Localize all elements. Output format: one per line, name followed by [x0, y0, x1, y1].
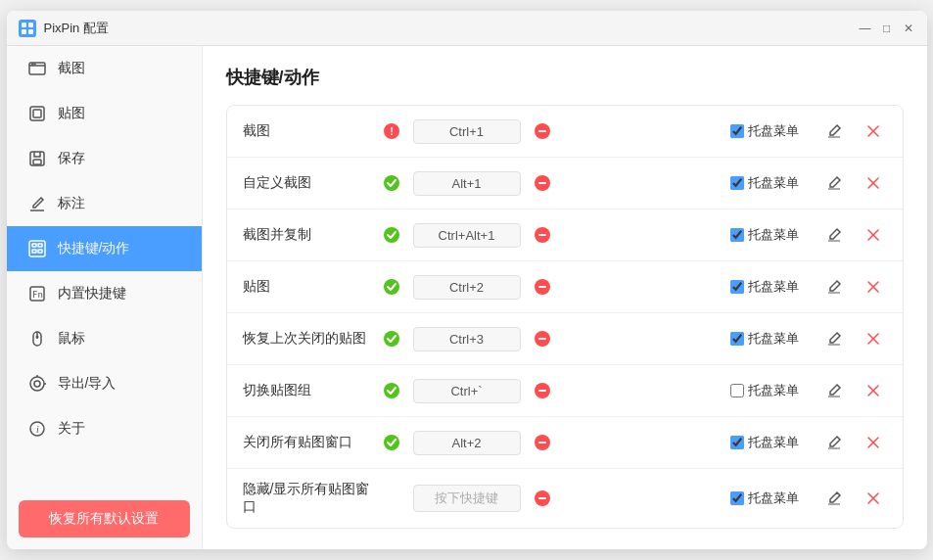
- svg-rect-11: [29, 241, 45, 257]
- success-status-icon: [382, 277, 401, 297]
- delete-shortcut-icon[interactable]: [860, 325, 887, 352]
- tray-checkbox[interactable]: [730, 280, 744, 294]
- sidebar-item-label: 鼠标: [58, 330, 85, 348]
- shortcut-key[interactable]: Ctrl+1: [413, 119, 521, 144]
- restore-defaults-button[interactable]: 恢复所有默认设置: [19, 500, 190, 537]
- tray-label: 托盘菜单: [748, 226, 799, 244]
- tray-menu-option[interactable]: 托盘菜单: [730, 434, 809, 451]
- tray-menu-option[interactable]: 托盘菜单: [730, 226, 809, 244]
- sidebar-item-mouse[interactable]: 鼠标: [7, 316, 202, 361]
- svg-point-21: [30, 377, 44, 391]
- svg-rect-15: [38, 250, 42, 253]
- delete-shortcut-icon[interactable]: [860, 429, 887, 456]
- shortcut-key[interactable]: 按下快捷键: [413, 485, 521, 512]
- edit-shortcut-icon[interactable]: [820, 273, 848, 301]
- sidebar-item-annotate[interactable]: 标注: [7, 181, 202, 226]
- tray-checkbox[interactable]: [730, 228, 744, 242]
- shortcut-row: 切换贴图组Ctrl+`托盘菜单: [227, 365, 903, 417]
- tray-menu-option[interactable]: 托盘菜单: [730, 278, 809, 296]
- annotate-icon: [26, 193, 48, 214]
- shortcut-key[interactable]: Alt+1: [413, 171, 521, 196]
- remove-shortcut-icon[interactable]: [533, 277, 552, 297]
- sidebar-item-shortcuts[interactable]: 快捷键/动作: [7, 226, 202, 271]
- tray-menu-option[interactable]: 托盘菜单: [730, 490, 809, 507]
- close-button[interactable]: ✕: [902, 22, 915, 35]
- delete-shortcut-icon[interactable]: [860, 485, 887, 512]
- success-status-icon: [382, 381, 401, 400]
- shortcut-key[interactable]: Ctrl+2: [413, 275, 521, 300]
- sidebar-item-about[interactable]: i 关于: [7, 406, 202, 451]
- svg-point-5: [31, 64, 32, 65]
- svg-point-34: [384, 175, 399, 191]
- edit-shortcut-icon[interactable]: [820, 429, 848, 456]
- sidebar-item-save[interactable]: 保存: [7, 136, 202, 181]
- sidebar-bottom: 恢复所有默认设置: [7, 489, 202, 549]
- shortcut-key[interactable]: Ctrl+Alt+1: [413, 223, 521, 248]
- tray-checkbox[interactable]: [730, 332, 744, 346]
- remove-shortcut-icon[interactable]: [533, 121, 552, 141]
- shortcut-row: 隐藏/显示所有贴图窗口按下快捷键托盘菜单: [227, 469, 903, 528]
- tray-checkbox[interactable]: [730, 384, 744, 397]
- tray-checkbox[interactable]: [730, 436, 744, 449]
- remove-shortcut-icon[interactable]: [533, 225, 552, 245]
- shortcut-row: 贴图Ctrl+2托盘菜单: [227, 261, 903, 313]
- export-icon: [26, 373, 48, 395]
- svg-text:i: i: [36, 424, 39, 435]
- shortcut-name: 贴图: [243, 278, 370, 296]
- edit-shortcut-icon[interactable]: [820, 377, 848, 404]
- sidebar-item-label: 截图: [58, 60, 85, 77]
- sidebar-item-label: 标注: [58, 195, 85, 212]
- tray-checkbox[interactable]: [730, 124, 744, 138]
- tray-menu-option[interactable]: 托盘菜单: [730, 330, 809, 348]
- delete-shortcut-icon[interactable]: [860, 221, 887, 249]
- svg-point-46: [384, 279, 399, 295]
- edit-shortcut-icon[interactable]: [820, 221, 848, 249]
- edit-shortcut-icon[interactable]: [820, 117, 848, 145]
- svg-rect-14: [32, 250, 36, 253]
- svg-rect-0: [22, 23, 26, 27]
- svg-rect-12: [32, 244, 36, 247]
- tray-checkbox[interactable]: [730, 176, 744, 190]
- minimize-button[interactable]: —: [859, 22, 872, 35]
- shortcut-name: 隐藏/显示所有贴图窗口: [243, 481, 370, 516]
- shortcut-name: 关闭所有贴图窗口: [243, 434, 370, 451]
- delete-shortcut-icon[interactable]: [860, 273, 887, 301]
- svg-rect-2: [22, 29, 26, 34]
- remove-shortcut-icon[interactable]: [533, 433, 552, 452]
- tray-label: 托盘菜单: [748, 278, 799, 296]
- shortcut-key[interactable]: Ctrl+`: [413, 379, 521, 403]
- shortcut-key[interactable]: Alt+2: [413, 431, 521, 455]
- remove-shortcut-icon[interactable]: [533, 489, 552, 508]
- remove-shortcut-icon[interactable]: [533, 329, 552, 349]
- sidebar-item-export[interactable]: 导出/导入: [7, 361, 202, 406]
- page-title: 快捷键/动作: [226, 66, 904, 89]
- remove-shortcut-icon[interactable]: [533, 173, 552, 193]
- edit-shortcut-icon[interactable]: [820, 325, 848, 352]
- tray-menu-option[interactable]: 托盘菜单: [730, 174, 809, 192]
- sidebar-item-sticker[interactable]: 贴图: [7, 91, 202, 136]
- shortcut-row: 截图!Ctrl+1托盘菜单: [227, 106, 903, 158]
- remove-shortcut-icon[interactable]: [533, 381, 552, 400]
- delete-shortcut-icon[interactable]: [860, 169, 887, 197]
- success-status-icon: [382, 225, 401, 245]
- tray-menu-option[interactable]: 托盘菜单: [730, 122, 809, 140]
- tray-checkbox[interactable]: [730, 491, 744, 505]
- sidebar-item-builtin[interactable]: Fn 内置快捷键: [7, 271, 202, 316]
- svg-rect-10: [33, 160, 41, 164]
- shortcuts-icon: [26, 238, 48, 259]
- shortcut-key[interactable]: Ctrl+3: [413, 327, 521, 351]
- maximize-button[interactable]: □: [880, 22, 894, 35]
- shortcut-name: 自定义截图: [243, 174, 370, 192]
- delete-shortcut-icon[interactable]: [860, 117, 887, 145]
- svg-point-64: [384, 435, 399, 450]
- edit-shortcut-icon[interactable]: [820, 485, 848, 512]
- tray-menu-option[interactable]: 托盘菜单: [730, 382, 809, 399]
- sidebar-item-label: 内置快捷键: [58, 285, 126, 303]
- sidebar-item-screenshot[interactable]: 截图: [7, 46, 202, 91]
- main-content: 截图 贴图 保存 标注 快捷键/动作 Fn 内置快捷键 鼠标 导出/导入 i 关…: [7, 46, 927, 549]
- titlebar: PixPin 配置 — □ ✕: [7, 11, 927, 46]
- delete-shortcut-icon[interactable]: [860, 377, 887, 404]
- tray-label: 托盘菜单: [748, 330, 799, 348]
- edit-shortcut-icon[interactable]: [820, 169, 848, 197]
- app-title: PixPin 配置: [44, 20, 859, 37]
